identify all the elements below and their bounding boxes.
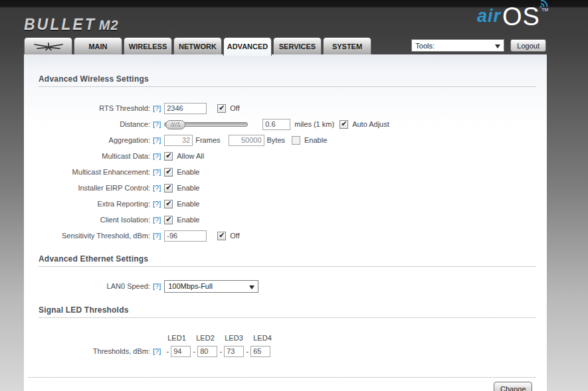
led4-header: LED4 xyxy=(248,334,276,342)
minus-sign: - xyxy=(244,347,250,355)
help-link[interactable]: [?] xyxy=(153,282,161,290)
led-thresholds-row: Thresholds, dBm: [?] - - - - xyxy=(24,343,547,359)
aggregation-enable-label: Enable xyxy=(304,136,327,144)
installer-eirp-label: Installer EIRP Control: xyxy=(24,184,150,192)
airos-air-text: air xyxy=(477,6,502,27)
tab-services[interactable]: SERVICES xyxy=(273,37,322,54)
installer-eirp-checkbox[interactable] xyxy=(164,184,173,193)
distance-unit-label: miles (1 km) xyxy=(294,120,334,128)
extra-reporting-check-label: Enable xyxy=(177,200,199,208)
lan0-speed-label: LAN0 Speed: xyxy=(24,282,150,290)
tab-network[interactable]: NETWORK xyxy=(173,37,222,54)
installer-eirp-row: Installer EIRP Control: [?] Enable xyxy=(24,180,547,196)
sensitivity-threshold-label: Sensitivity Threshold, dBm: xyxy=(24,232,150,240)
minus-sign: - xyxy=(191,347,197,355)
aggregation-enable-checkbox[interactable] xyxy=(292,136,300,145)
lan0-speed-value: 100Mbps-Full xyxy=(168,282,213,290)
distance-label: Distance: xyxy=(24,120,150,128)
help-link[interactable]: [?] xyxy=(153,200,161,208)
help-link[interactable]: [?] xyxy=(153,184,161,192)
panel-footer: Change xyxy=(28,377,536,378)
tab-bar: MAIN WIRELESS NETWORK ADVANCED SERVICES … xyxy=(24,37,373,56)
multicast-data-label: Multicast Data: xyxy=(24,152,150,160)
rts-off-checkbox[interactable] xyxy=(217,104,226,113)
distance-slider-handle[interactable] xyxy=(165,120,185,129)
airos-page: BULLETM2 air OS TM xyxy=(0,0,588,391)
led-header-spacer xyxy=(24,334,163,342)
help-link[interactable]: [?] xyxy=(153,347,161,355)
installer-eirp-check-label: Enable xyxy=(177,184,199,192)
airos-logo: air OS TM xyxy=(477,5,547,28)
change-button[interactable]: Change xyxy=(494,382,532,391)
lan0-speed-select[interactable]: 100Mbps-Full xyxy=(164,280,258,293)
ubiquiti-antenna-icon xyxy=(33,42,64,51)
help-link[interactable]: [?] xyxy=(153,120,161,128)
device-model: M2 xyxy=(99,18,119,33)
top-controls: Tools: Logout xyxy=(411,39,546,52)
sensitivity-threshold-input[interactable] xyxy=(164,230,207,242)
multicast-enhancement-check-label: Enable xyxy=(177,168,199,176)
sensitivity-off-label: Off xyxy=(230,232,239,240)
tab-home-logo[interactable] xyxy=(24,37,72,54)
rts-threshold-label: RTS Threshold: xyxy=(24,104,150,112)
help-link[interactable]: [?] xyxy=(153,232,161,240)
distance-input[interactable] xyxy=(262,119,290,130)
content-panel: Advanced Wireless Settings RTS Threshold… xyxy=(24,54,547,391)
led2-header: LED2 xyxy=(191,334,219,342)
sensitivity-threshold-row: Sensitivity Threshold, dBm: [?] Off xyxy=(24,228,547,244)
tab-advanced[interactable]: ADVANCED xyxy=(223,37,272,56)
client-isolation-checkbox[interactable] xyxy=(164,216,173,224)
led3-threshold-input[interactable] xyxy=(224,346,244,357)
airos-os-text: OS xyxy=(502,5,540,28)
rts-threshold-row: RTS Threshold: [?] Off xyxy=(24,100,547,116)
sensitivity-off-checkbox[interactable] xyxy=(217,232,226,240)
auto-adjust-checkbox[interactable] xyxy=(340,120,348,129)
rts-threshold-input[interactable] xyxy=(164,103,207,114)
minus-sign: - xyxy=(164,347,171,355)
tab-system[interactable]: SYSTEM xyxy=(323,37,371,54)
device-logo: BULLETM2 xyxy=(24,16,119,34)
tools-select[interactable]: Tools: xyxy=(411,39,504,52)
multicast-data-check-label: Allow All xyxy=(177,152,204,160)
help-link[interactable]: [?] xyxy=(153,216,161,224)
led-thresholds-label: Thresholds, dBm: xyxy=(24,347,150,355)
extra-reporting-checkbox[interactable] xyxy=(164,200,173,208)
led2-threshold-input[interactable] xyxy=(197,346,217,357)
distance-row: Distance: [?] miles (1 km) Auto Adjust xyxy=(24,116,547,132)
section-title-signal-led: Signal LED Thresholds xyxy=(39,294,536,318)
led3-header: LED3 xyxy=(220,334,248,342)
aggregation-bytes-input[interactable] xyxy=(229,135,264,146)
device-title: BULLET xyxy=(24,16,96,33)
section-title-advanced-ethernet: Advanced Ethernet Settings xyxy=(39,244,536,267)
help-link[interactable]: [?] xyxy=(153,152,161,160)
help-link[interactable]: [?] xyxy=(153,168,161,176)
logout-button[interactable]: Logout xyxy=(510,39,546,52)
multicast-enhancement-checkbox[interactable] xyxy=(164,168,173,177)
help-link[interactable]: [?] xyxy=(153,136,161,144)
tab-wireless[interactable]: WIRELESS xyxy=(124,37,172,54)
aggregation-frames-label: Frames xyxy=(195,136,220,144)
client-isolation-label: Client Isolation: xyxy=(24,216,150,224)
multicast-enhancement-row: Multicast Enhancement: [?] Enable xyxy=(24,164,547,180)
aggregation-frames-input[interactable] xyxy=(164,135,193,146)
help-link[interactable]: [?] xyxy=(153,104,161,112)
advanced-wireless-rows: RTS Threshold: [?] Off Distance: [?] mil… xyxy=(24,100,547,244)
auto-adjust-label: Auto Adjust xyxy=(352,120,389,128)
chevron-down-icon xyxy=(249,285,254,292)
tab-main[interactable]: MAIN xyxy=(74,37,122,54)
minus-sign: - xyxy=(217,347,224,355)
led4-threshold-input[interactable] xyxy=(250,346,270,357)
client-isolation-check-label: Enable xyxy=(177,216,199,224)
aggregation-bytes-label: Bytes xyxy=(267,136,286,144)
extra-reporting-row: Extra Reporting: [?] Enable xyxy=(24,196,547,212)
led-column-headers: LED1 LED2 LED3 LED4 xyxy=(24,334,547,342)
multicast-enhancement-label: Multicast Enhancement: xyxy=(24,168,150,176)
tools-select-value: Tools: xyxy=(415,42,435,50)
client-isolation-row: Client Isolation: [?] Enable xyxy=(24,212,547,228)
led1-threshold-input[interactable] xyxy=(171,346,191,357)
section-title-advanced-wireless: Advanced Wireless Settings xyxy=(39,54,536,87)
multicast-data-checkbox[interactable] xyxy=(164,152,173,161)
distance-slider[interactable] xyxy=(164,122,248,127)
airos-tm-mark: TM xyxy=(541,7,548,12)
lan0-speed-row: LAN0 Speed: [?] 100Mbps-Full xyxy=(24,278,547,294)
